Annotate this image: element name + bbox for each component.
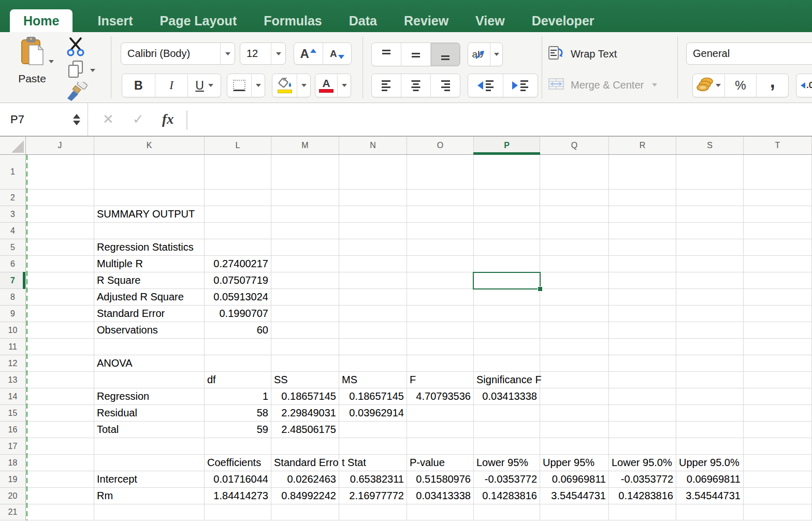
cell-J5[interactable] — [26, 239, 94, 256]
tab-view[interactable]: View — [462, 9, 518, 32]
cell-N7[interactable] — [339, 272, 407, 289]
cell-S13[interactable] — [676, 372, 744, 388]
formula-input[interactable] — [187, 103, 812, 136]
cell-K17[interactable] — [94, 438, 205, 455]
cell-N6[interactable] — [339, 256, 407, 272]
cell-P14[interactable]: 0.03413338 — [474, 388, 540, 405]
cell-T19[interactable] — [744, 471, 812, 488]
cell-J20[interactable] — [26, 488, 94, 504]
cell-O21[interactable] — [407, 504, 474, 520]
column-header-P[interactable]: P — [474, 137, 540, 154]
cell-T21[interactable] — [744, 504, 812, 520]
cell-K6[interactable]: Multiple R — [94, 256, 205, 272]
tab-home[interactable]: Home — [10, 9, 72, 32]
cell-Q6[interactable] — [540, 256, 609, 272]
cell-P3[interactable] — [474, 206, 540, 223]
cell-S9[interactable] — [676, 306, 744, 322]
cell-O17[interactable] — [407, 438, 474, 455]
cell-L2[interactable] — [205, 190, 271, 206]
cell-R3[interactable] — [609, 206, 676, 223]
cell-M11[interactable] — [271, 339, 339, 355]
cell-N13[interactable]: MS — [339, 372, 407, 388]
cell-L13[interactable]: df — [205, 372, 271, 388]
cell-O2[interactable] — [407, 190, 474, 206]
merge-center-button[interactable]: Merge & Center — [548, 76, 657, 94]
cell-S7[interactable] — [676, 272, 744, 289]
cell-J7[interactable] — [26, 272, 94, 289]
cell-S3[interactable] — [676, 206, 744, 223]
cell-L21[interactable] — [205, 504, 271, 520]
cell-P18[interactable]: Lower 95% — [474, 455, 540, 471]
cell-R9[interactable] — [609, 306, 676, 322]
cell-N19[interactable]: 0.65382311 — [339, 471, 407, 488]
cell-Q20[interactable]: 3.54544731 — [540, 488, 609, 504]
cell-S19[interactable]: 0.06969811 — [676, 471, 744, 488]
cell-P21[interactable] — [474, 504, 540, 520]
cell-T9[interactable] — [744, 306, 812, 322]
cell-Q19[interactable]: 0.06969811 — [540, 471, 609, 488]
cell-J17[interactable] — [26, 438, 94, 455]
cell-M2[interactable] — [271, 190, 339, 206]
cell-J8[interactable] — [26, 289, 94, 306]
decrease-indent-button[interactable] — [468, 74, 503, 97]
row-header-16[interactable]: 16 — [0, 422, 26, 438]
row-header-3[interactable]: 3 — [0, 206, 26, 223]
column-header-R[interactable]: R — [609, 137, 676, 154]
cell-R12[interactable] — [609, 355, 676, 372]
fill-color-dropdown[interactable] — [297, 74, 310, 97]
cell-Q13[interactable] — [540, 372, 609, 388]
cell-K11[interactable] — [94, 339, 205, 355]
cell-S18[interactable]: Upper 95.0% — [676, 455, 744, 471]
cell-Q1[interactable] — [540, 155, 609, 190]
cell-N11[interactable] — [339, 339, 407, 355]
cell-J10[interactable] — [26, 322, 94, 339]
cut-button[interactable] — [66, 37, 85, 59]
cell-J13[interactable] — [26, 372, 94, 388]
cell-O18[interactable]: P-value — [407, 455, 474, 471]
cell-L10[interactable]: 60 — [205, 322, 271, 339]
row-header-15[interactable]: 15 — [0, 405, 26, 422]
cell-R4[interactable] — [609, 223, 676, 239]
increase-decimal-button[interactable]: .0 — [796, 74, 812, 97]
cell-L1[interactable] — [205, 155, 271, 190]
cell-T10[interactable] — [744, 322, 812, 339]
cell-K8[interactable]: Adjusted R Square — [94, 289, 205, 306]
font-color-dropdown[interactable] — [337, 74, 351, 97]
cell-T14[interactable] — [744, 388, 812, 405]
cell-R2[interactable] — [609, 190, 676, 206]
cell-P8[interactable] — [474, 289, 540, 306]
cell-Q21[interactable] — [540, 504, 609, 520]
cell-M4[interactable] — [271, 223, 339, 239]
number-format-combobox[interactable]: General — [686, 42, 812, 65]
underline-dropdown-caret[interactable] — [208, 84, 213, 87]
column-header-T[interactable]: T — [744, 137, 812, 154]
tab-page-layout[interactable]: Page Layout — [147, 9, 251, 32]
row-header-7[interactable]: 7 — [0, 272, 26, 289]
cell-M8[interactable] — [271, 289, 339, 306]
cell-L17[interactable] — [205, 438, 271, 455]
align-center-button[interactable] — [401, 74, 430, 97]
align-left-button[interactable] — [372, 74, 401, 97]
cell-P12[interactable] — [474, 355, 540, 372]
cell-R8[interactable] — [609, 289, 676, 306]
currency-dropdown-caret[interactable] — [716, 84, 721, 87]
cell-K20[interactable]: Rm — [94, 488, 205, 504]
cell-N17[interactable] — [339, 438, 407, 455]
cell-Q3[interactable] — [540, 206, 609, 223]
cell-T6[interactable] — [744, 256, 812, 272]
cell-K18[interactable] — [94, 455, 205, 471]
cell-P10[interactable] — [474, 322, 540, 339]
cell-R7[interactable] — [609, 272, 676, 289]
cell-P2[interactable] — [474, 190, 540, 206]
cell-P1[interactable] — [474, 155, 540, 190]
cell-K16[interactable]: Total — [94, 422, 205, 438]
cell-P15[interactable] — [474, 405, 540, 422]
column-header-O[interactable]: O — [407, 137, 474, 154]
cell-T13[interactable] — [744, 372, 812, 388]
column-header-J[interactable]: J — [26, 137, 94, 154]
italic-button[interactable]: I — [155, 74, 188, 97]
cell-N8[interactable] — [339, 289, 407, 306]
cell-T17[interactable] — [744, 438, 812, 455]
cell-J1[interactable] — [26, 155, 94, 190]
cell-Q18[interactable]: Upper 95% — [540, 455, 609, 471]
